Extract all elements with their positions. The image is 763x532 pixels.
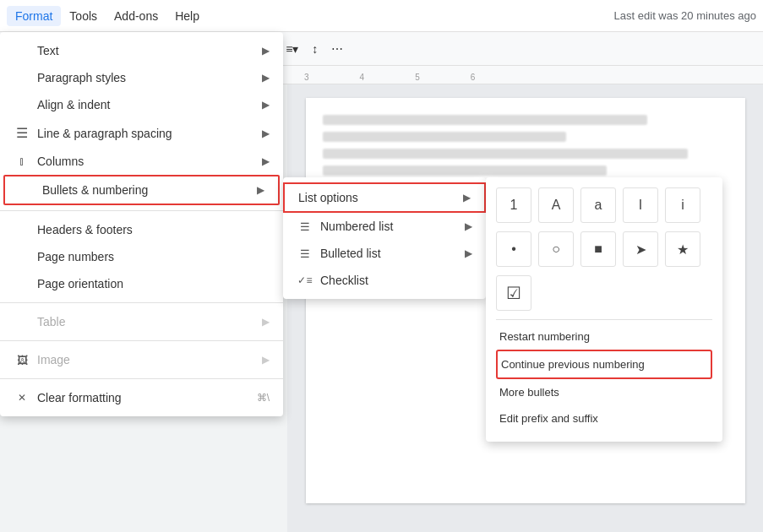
toolbar-more[interactable]: ⋯ [326,39,348,59]
list-style-A[interactable]: A [538,187,574,223]
numbered-list-icon: ☰ [297,220,313,233]
toolbar-line-spacing[interactable]: ↕ [307,39,323,59]
bullets-arrow-icon: ▶ [257,184,264,196]
line-spacing-icon: ☰ [14,125,30,141]
bullet-style-star[interactable]: ★ [665,231,700,267]
image-arrow-icon: ▶ [262,354,270,366]
continue-numbering-option[interactable]: Continue previous numbering [496,350,712,379]
menu-item-headers-footers[interactable]: Headers & footers [0,216,283,243]
list-options-label: List options [298,191,456,204]
more-bullets-option[interactable]: More bullets [496,379,712,405]
edit-prefix-suffix-label: Edit prefix and suffix [499,412,598,425]
menu-text-label: Text [37,44,255,57]
menu-separator-2 [0,302,283,303]
list-icon-row-2: • ○ ■ ➤ ★ [496,231,712,267]
bullet-style-checkbox[interactable]: ☑ [496,275,531,311]
submenu-checklist[interactable]: ✓≡ Checklist [283,267,486,294]
menu-item-bullets-numbering[interactable]: Bullets & numbering ▶ [3,175,280,205]
menu-item-text[interactable]: Text ▶ [0,37,283,64]
menu-paragraph-styles-label: Paragraph styles [37,71,255,84]
text-arrow-icon: ▶ [262,45,270,57]
menu-image-label: Image [37,353,255,366]
list-options-arrow-icon: ▶ [463,192,471,204]
menu-clear-formatting-label: Clear formatting [37,391,257,404]
menu-item-paragraph-styles[interactable]: Paragraph styles ▶ [0,64,283,91]
menu-page-numbers-label: Page numbers [37,250,270,263]
menu-item-line-spacing[interactable]: ☰ Line & paragraph spacing ▶ [0,118,283,148]
menu-align-indent-label: Align & indent [37,98,255,111]
menubar-addons[interactable]: Add-ons [106,6,166,26]
bulleted-list-arrow-icon: ▶ [465,247,472,259]
restart-numbering-option[interactable]: Restart numbering [496,323,712,350]
list-style-I[interactable]: I [623,187,658,223]
columns-icon: ⫿ [14,155,30,167]
menu-separator-3 [0,340,283,341]
submenu-bulleted-list[interactable]: ☰ Bulleted list ▶ [283,240,486,267]
last-edit-label: Last edit was 20 minutes ago [614,9,756,22]
toolbar-align[interactable]: ≡▾ [281,39,303,59]
submenu-numbered-list[interactable]: ☰ Numbered list ▶ [283,213,486,240]
numbered-list-label: Numbered list [320,220,458,233]
menu-item-columns[interactable]: ⫿ Columns ▶ [0,148,283,175]
menu-item-page-orientation[interactable]: Page orientation [0,270,283,297]
list-options-separator-1 [496,319,712,320]
menubar: Format Tools Add-ons Help Last edit was … [0,0,763,32]
menu-bullets-label: Bullets & numbering [42,183,250,197]
submenu-list-options[interactable]: List options ▶ [283,182,486,213]
bullet-style-filled-circle[interactable]: • [496,231,531,267]
edit-prefix-suffix-option[interactable]: Edit prefix and suffix [496,405,712,432]
list-icon-row-1: 1 A a I i [496,187,712,223]
bullet-style-square[interactable]: ■ [580,231,616,267]
menu-item-image[interactable]: 🖼 Image ▶ [0,346,283,373]
menu-separator-4 [0,378,283,379]
menubar-tools[interactable]: Tools [61,6,106,26]
more-bullets-label: More bullets [499,386,559,399]
list-style-i[interactable]: i [665,187,700,223]
clear-formatting-shortcut: ⌘\ [257,392,270,404]
bullets-submenu: List options ▶ ☰ Numbered list ▶ ☰ Bulle… [283,177,486,299]
checklist-label: Checklist [320,274,472,287]
list-style-a[interactable]: a [580,187,616,223]
restart-numbering-label: Restart numbering [499,330,590,343]
menu-table-label: Table [37,315,255,328]
menu-line-spacing-label: Line & paragraph spacing [37,127,255,140]
bulleted-list-icon: ☰ [297,247,313,260]
bulleted-list-label: Bulleted list [320,247,458,260]
list-style-1[interactable]: 1 [496,187,531,223]
bullet-style-empty-circle[interactable]: ○ [538,231,574,267]
menu-separator-1 [0,210,283,211]
list-options-panel: 1 A a I i • ○ ■ ➤ ★ ☑ Restart numbering … [486,177,722,442]
bullet-style-arrow[interactable]: ➤ [623,231,658,267]
menu-headers-footers-label: Headers & footers [37,223,270,236]
align-indent-arrow-icon: ▶ [262,99,270,111]
menu-page-orientation-label: Page orientation [37,277,270,290]
menu-item-page-numbers[interactable]: Page numbers [0,243,283,270]
paragraph-styles-arrow-icon: ▶ [262,72,270,84]
image-icon: 🖼 [14,354,30,366]
table-arrow-icon: ▶ [262,316,270,328]
checklist-icon: ✓≡ [297,274,313,286]
menu-item-align-indent[interactable]: Align & indent ▶ [0,91,283,118]
list-icon-row-3: ☑ [496,275,712,311]
format-menu: Text ▶ Paragraph styles ▶ Align & indent… [0,32,283,416]
line-spacing-arrow-icon: ▶ [262,128,270,139]
menubar-help[interactable]: Help [166,6,208,26]
continue-numbering-label: Continue previous numbering [501,358,645,371]
clear-formatting-icon: ✕ [14,392,30,404]
menu-item-table[interactable]: Table ▶ [0,308,283,335]
menubar-format[interactable]: Format [7,6,61,26]
numbered-list-arrow-icon: ▶ [465,220,472,232]
menu-item-clear-formatting[interactable]: ✕ Clear formatting ⌘\ [0,384,283,411]
menu-columns-label: Columns [37,155,255,168]
columns-arrow-icon: ▶ [262,155,270,167]
